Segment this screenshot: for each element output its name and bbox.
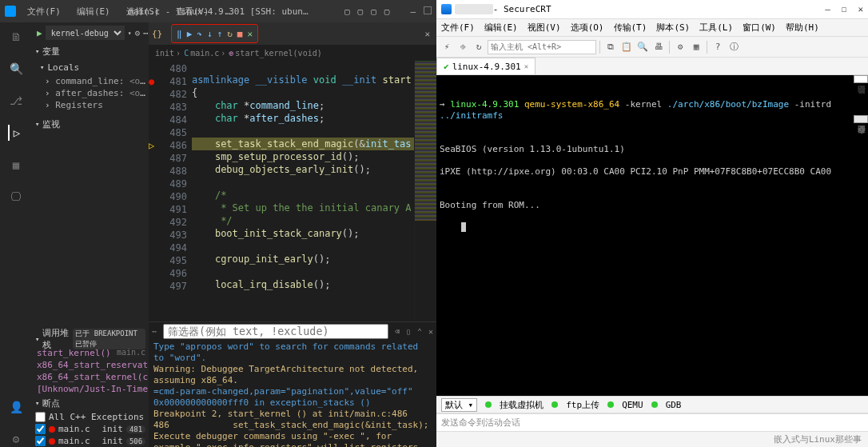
stack-frame[interactable]: x86_64_start_kernel(char — [32, 371, 149, 383]
local-after-dashes[interactable]: › after_dashes: <optimiz… — [32, 87, 149, 99]
search-icon[interactable]: 🔍 — [8, 61, 24, 77]
close-tab-icon[interactable]: ✕ — [524, 62, 528, 70]
global-opt-icon[interactable]: ▦ — [689, 40, 703, 54]
bp-checkbox[interactable] — [35, 412, 46, 422]
bp-row[interactable]: main.c init481 — [32, 423, 149, 435]
bp-all-cpp[interactable]: All C++ Exceptions — [32, 411, 149, 423]
extensions-icon[interactable]: ▦ — [8, 157, 24, 173]
bc-symbol[interactable]: ⊕ start_kernel(void) — [229, 49, 321, 58]
window-max-icon[interactable]: ☐ — [842, 4, 847, 14]
code-editor[interactable]: ● ▷ 480481482483484485486487488489490491… — [149, 61, 436, 321]
copy-icon[interactable]: ⧉ — [603, 40, 618, 54]
debug-config-select[interactable]: kernel-debug — [46, 26, 125, 40]
layout-panel-icon[interactable]: ▢ — [358, 6, 364, 17]
window-min-icon[interactable]: — — [825, 4, 830, 14]
section-variables[interactable]: ▾变量 — [32, 43, 149, 59]
help-icon[interactable]: ? — [711, 40, 725, 54]
status-dot-icon — [551, 401, 558, 408]
close-tab-icon[interactable]: ✕ — [418, 22, 436, 45]
section-callstack[interactable]: ▾调用堆栈已于 BREAKPOINT 已暂停 — [32, 331, 149, 347]
status-item[interactable]: ftp上传 — [566, 399, 599, 411]
start-debug-icon[interactable]: ▶ — [37, 28, 42, 38]
layout-sidebar-icon[interactable]: ▢ — [344, 6, 350, 17]
stack-frame[interactable]: start_kernel()main.c — [32, 347, 149, 359]
stop-icon[interactable]: ■ — [237, 29, 243, 39]
status-item[interactable]: QEMU — [622, 400, 643, 410]
layout-full-icon[interactable]: ▢ — [384, 6, 390, 17]
debug-settings-icon[interactable]: ⚙ — [134, 28, 140, 38]
step-out-icon[interactable]: ↑ — [217, 29, 223, 39]
connect-icon[interactable]: ⚡ — [440, 40, 454, 54]
panel-close-icon[interactable]: ✕ — [428, 327, 433, 336]
menu-file[interactable]: 文件(F) — [22, 4, 66, 19]
menu-edit[interactable]: 编辑(E) — [72, 4, 115, 19]
activity-bar: 🗎 🔍 ⎇ ▷ ▦ 🖵 👤 ⚙ — [0, 22, 32, 447]
host-input[interactable] — [488, 40, 596, 54]
debug-icon[interactable]: ▷ — [8, 125, 24, 141]
step-over-icon[interactable]: ↷ — [197, 29, 202, 39]
paste-icon[interactable]: 📋 — [619, 40, 634, 54]
continue-icon[interactable]: ▶ — [187, 29, 193, 39]
side-tab-session-mgr[interactable]: 会话管理器 — [854, 75, 868, 83]
bc-folder[interactable]: init › — [155, 49, 181, 58]
window-min-icon[interactable]: — — [410, 6, 416, 17]
menu-help[interactable]: 帮助(H) — [786, 22, 819, 34]
menu-transfer[interactable]: 传输(T) — [614, 22, 647, 34]
vscode-titlebar: 文件(F) 编辑(E) 选择(S) 查看(V) … main.c - linux… — [0, 0, 436, 22]
debug-console-icon[interactable]: ✕ — [247, 29, 253, 39]
status-dot-icon — [485, 401, 492, 408]
side-tab-cmd-mgr[interactable]: 命令管理器 — [854, 115, 868, 123]
reconnect-icon[interactable]: ↻ — [472, 40, 486, 54]
console-filter-input[interactable] — [163, 324, 388, 339]
status-item[interactable]: GDB — [666, 400, 682, 410]
minimap[interactable] — [414, 61, 436, 321]
window-close-icon[interactable]: ✕ — [858, 4, 863, 14]
more-icon[interactable]: ⋯ — [143, 28, 149, 38]
remote-icon[interactable]: 🖵 — [8, 189, 24, 205]
chevron-down-icon[interactable]: ▾ — [128, 30, 132, 37]
editor-area: {} ‖ ▶ ↷ ↓ ↑ ↻ ■ ✕ ✕ init › C main.c › ⊕… — [149, 22, 436, 447]
section-locals[interactable]: ▾Locals — [32, 59, 149, 75]
stack-frame[interactable]: x86_64_start_reservations — [32, 359, 149, 371]
panel-split-icon[interactable]: ▯ — [406, 327, 411, 336]
menu-options[interactable]: 选项(O) — [571, 22, 604, 34]
menu-view[interactable]: 视图(V) — [528, 22, 561, 34]
bp-row[interactable]: main.c init506 — [32, 435, 149, 447]
menu-edit[interactable]: 编辑(E) — [484, 22, 518, 34]
print-icon[interactable]: 🖶 — [651, 40, 666, 54]
pause-icon[interactable]: ‖ — [177, 29, 182, 39]
crt-command-bar[interactable]: 发送命令到活动会话 — [436, 413, 868, 431]
about-icon[interactable]: ⓘ — [727, 40, 741, 54]
account-icon[interactable]: 👤 — [8, 399, 24, 415]
section-breakpoints[interactable]: ▾断点 — [32, 395, 149, 411]
gear-icon[interactable]: ⚙ — [8, 431, 24, 447]
scm-icon[interactable]: ⎇ — [8, 93, 24, 109]
cursor — [461, 222, 466, 232]
explorer-icon[interactable]: 🗎 — [8, 29, 24, 45]
quick-connect-icon[interactable]: ⎆ — [456, 40, 470, 54]
terminal[interactable]: → linux-4.9.301 qemu-system-x86_64 -kern… — [436, 75, 868, 396]
panel-max-icon[interactable]: ⌃ — [417, 327, 422, 336]
menu-tools[interactable]: 工具(L) — [699, 22, 733, 34]
status-default-button[interactable]: 默认 ▾ — [441, 398, 477, 412]
restart-icon[interactable]: ↻ — [227, 29, 233, 39]
section-watch[interactable]: ▾监视 — [32, 116, 149, 132]
stack-frame[interactable]: [Unknown/Just-In-Time co… — [32, 383, 149, 395]
status-item[interactable]: 挂载虚拟机 — [500, 399, 543, 411]
local-registers[interactable]: › Registers — [32, 99, 149, 111]
bp-checkbox[interactable] — [35, 424, 46, 434]
window-max-icon[interactable] — [424, 6, 432, 14]
bc-file[interactable]: C main.c › — [184, 49, 225, 58]
clear-icon[interactable]: ⌫ — [395, 327, 400, 336]
session-opt-icon[interactable]: ⚙ — [673, 40, 687, 54]
menu-script[interactable]: 脚本(S) — [656, 22, 690, 34]
menu-window[interactable]: 窗口(W) — [743, 22, 776, 34]
local-command-line[interactable]: › command_line: <optimiz… — [32, 75, 149, 87]
session-tab[interactable]: ✔ linux-4.9.301 ✕ — [436, 58, 536, 74]
layout-right-icon[interactable]: ▢ — [371, 6, 376, 17]
step-into-icon[interactable]: ↓ — [207, 29, 213, 39]
find-icon[interactable]: 🔍 — [635, 40, 650, 54]
panel-more-icon[interactable]: ⋯ — [152, 327, 157, 336]
bp-checkbox[interactable] — [35, 436, 46, 446]
menu-file[interactable]: 文件(F) — [441, 22, 475, 34]
